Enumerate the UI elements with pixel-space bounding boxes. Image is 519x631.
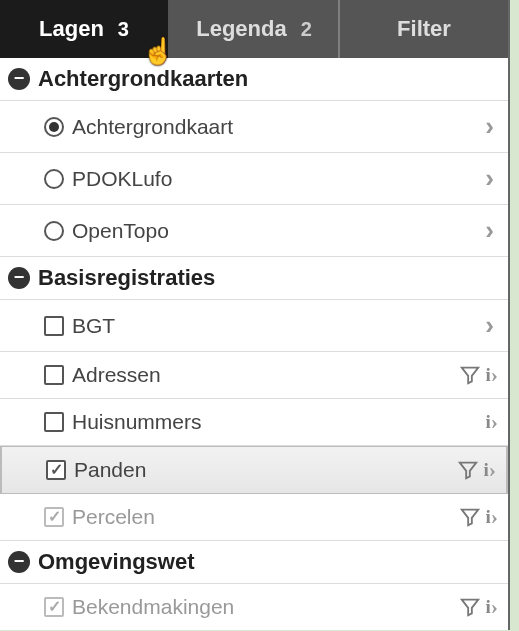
layer-adressen[interactable]: Adressen i› bbox=[0, 352, 508, 399]
collapse-icon[interactable] bbox=[8, 68, 30, 90]
collapse-icon[interactable] bbox=[8, 551, 30, 573]
info-chevron-icon[interactable]: i› bbox=[485, 362, 498, 388]
group-basis-title: Basisregistraties bbox=[38, 265, 215, 291]
info-chevron-icon[interactable]: i› bbox=[485, 409, 498, 435]
layer-panden[interactable]: Panden i› bbox=[0, 446, 508, 494]
layer-label: PDOKLufo bbox=[70, 167, 479, 191]
chevron-right-icon[interactable]: › bbox=[485, 215, 498, 246]
info-chevron-icon[interactable]: i› bbox=[483, 457, 496, 483]
layer-label: Adressen bbox=[70, 363, 453, 387]
filter-funnel-icon[interactable] bbox=[459, 596, 481, 618]
tab-legenda-label: Legenda bbox=[196, 16, 286, 42]
chevron-right-icon[interactable]: › bbox=[485, 310, 498, 341]
layer-label: Achtergrondkaart bbox=[70, 115, 479, 139]
info-chevron-icon[interactable]: i› bbox=[485, 594, 498, 620]
checkbox-icon[interactable] bbox=[44, 412, 64, 432]
layer-bgt[interactable]: BGT › bbox=[0, 300, 508, 352]
tabs-bar: Lagen 3 Legenda 2 Filter bbox=[0, 0, 508, 58]
group-basisregistraties[interactable]: Basisregistraties bbox=[0, 257, 508, 300]
checkbox-icon[interactable] bbox=[44, 316, 64, 336]
layers-list: Achtergrondkaarten Achtergrondkaart › PD… bbox=[0, 58, 508, 630]
layer-pdoklufo[interactable]: PDOKLufo › bbox=[0, 153, 508, 205]
tab-filter[interactable]: Filter bbox=[340, 0, 508, 58]
radio-icon[interactable] bbox=[44, 169, 64, 189]
layer-label: Bekendmakingen bbox=[70, 595, 453, 619]
tab-lagen[interactable]: Lagen 3 bbox=[0, 0, 170, 58]
layer-bekendmakingen[interactable]: Bekendmakingen i› bbox=[0, 584, 508, 630]
checkbox-icon[interactable] bbox=[46, 460, 66, 480]
layer-percelen[interactable]: Percelen i› bbox=[0, 494, 508, 541]
layer-label: OpenTopo bbox=[70, 219, 479, 243]
chevron-right-icon[interactable]: › bbox=[485, 111, 498, 142]
checkbox-icon[interactable] bbox=[44, 365, 64, 385]
collapse-icon[interactable] bbox=[8, 267, 30, 289]
radio-icon[interactable] bbox=[44, 221, 64, 241]
radio-icon[interactable] bbox=[44, 117, 64, 137]
tab-filter-label: Filter bbox=[397, 16, 451, 42]
filter-funnel-icon[interactable] bbox=[457, 459, 479, 481]
chevron-right-icon[interactable]: › bbox=[485, 163, 498, 194]
group-achtergrondkaarten[interactable]: Achtergrondkaarten bbox=[0, 58, 508, 101]
group-achtergrond-title: Achtergrondkaarten bbox=[38, 66, 248, 92]
tab-legenda-badge: 2 bbox=[301, 18, 312, 41]
info-chevron-icon[interactable]: i› bbox=[485, 504, 498, 530]
layer-achtergrondkaart[interactable]: Achtergrondkaart › bbox=[0, 101, 508, 153]
checkbox-icon[interactable] bbox=[44, 597, 64, 617]
tab-legenda[interactable]: Legenda 2 bbox=[170, 0, 340, 58]
layer-label: Percelen bbox=[70, 505, 453, 529]
filter-funnel-icon[interactable] bbox=[459, 364, 481, 386]
layer-label: Panden bbox=[72, 458, 451, 482]
layer-huisnummers[interactable]: Huisnummers i› bbox=[0, 399, 508, 446]
tab-lagen-label: Lagen bbox=[39, 16, 104, 42]
group-omgeving-title: Omgevingswet bbox=[38, 549, 194, 575]
tab-lagen-badge: 3 bbox=[118, 18, 129, 41]
group-omgevingswet[interactable]: Omgevingswet bbox=[0, 541, 508, 584]
filter-funnel-icon[interactable] bbox=[459, 506, 481, 528]
layer-opentopo[interactable]: OpenTopo › bbox=[0, 205, 508, 257]
checkbox-icon[interactable] bbox=[44, 507, 64, 527]
layer-label: BGT bbox=[70, 314, 479, 338]
layer-label: Huisnummers bbox=[70, 410, 479, 434]
